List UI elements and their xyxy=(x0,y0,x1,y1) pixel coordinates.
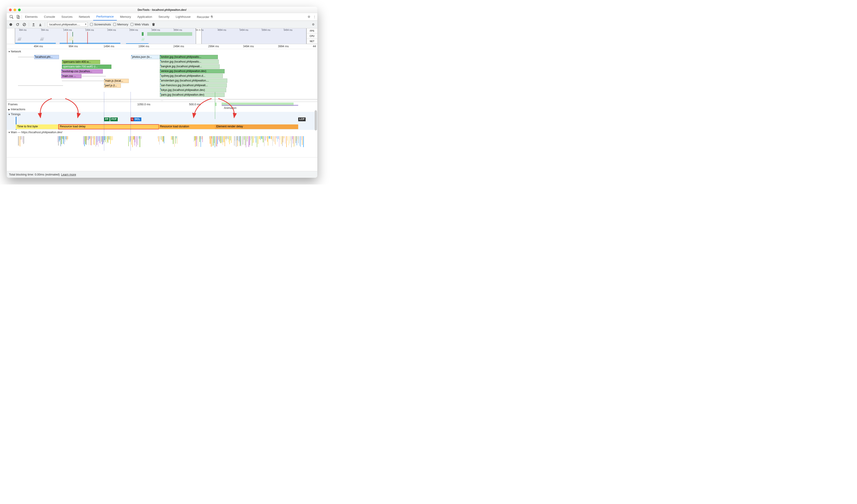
flame-bar[interactable] xyxy=(246,136,246,147)
flame-bar[interactable] xyxy=(248,136,248,139)
memory-checkbox[interactable]: Memory xyxy=(113,23,128,26)
flame-bar[interactable] xyxy=(225,136,226,139)
flame-bar[interactable] xyxy=(210,136,211,144)
flame-bar[interactable] xyxy=(241,136,242,146)
flame-bar[interactable] xyxy=(132,136,133,147)
flame-bar[interactable] xyxy=(254,136,255,138)
flame-bar[interactable] xyxy=(196,136,197,146)
flame-bar[interactable] xyxy=(223,136,223,145)
flame-bar[interactable] xyxy=(229,136,230,144)
flame-bar[interactable] xyxy=(273,136,274,141)
settings-gear-icon[interactable]: ⚙ xyxy=(311,22,316,27)
flame-bar[interactable] xyxy=(159,136,160,145)
flame-bar[interactable] xyxy=(272,136,273,146)
network-request[interactable]: bootstrap.css (localhos... xyxy=(61,69,103,73)
network-request[interactable]: venice.jpg (localhost.philipwalton.dev) xyxy=(160,69,224,73)
flame-bar[interactable] xyxy=(244,136,245,140)
flame-bar[interactable] xyxy=(249,136,249,147)
flame-bar[interactable] xyxy=(20,136,21,140)
flame-bar[interactable] xyxy=(131,136,132,145)
download-button[interactable] xyxy=(38,22,43,27)
network-header[interactable]: ▼Network xyxy=(7,49,317,54)
tab-performance[interactable]: Performance xyxy=(93,13,117,20)
flame-bar[interactable] xyxy=(228,136,229,139)
flame-bar[interactable] xyxy=(267,136,268,142)
flame-bar[interactable] xyxy=(105,136,105,142)
flame-bar[interactable] xyxy=(294,136,294,147)
main-ruler[interactable]: 494 ms994 ms1494 ms1994 ms2494 ms2994 ms… xyxy=(7,44,317,49)
flame-bar[interactable] xyxy=(200,136,201,139)
network-request[interactable]: photos.json (lo... xyxy=(131,55,160,59)
flame-bar[interactable] xyxy=(108,136,109,139)
flame-bar[interactable] xyxy=(89,136,90,139)
flame-bar[interactable] xyxy=(268,136,268,146)
flame-bar[interactable] xyxy=(253,136,253,143)
flame-bar[interactable] xyxy=(96,136,96,147)
flame-bar[interactable] xyxy=(265,136,265,141)
flame-bar[interactable] xyxy=(219,136,220,141)
flame-bar[interactable] xyxy=(239,136,239,141)
trash-button[interactable] xyxy=(151,22,156,27)
network-request[interactable]: localhost.phi... xyxy=(34,55,59,59)
flame-bar[interactable] xyxy=(229,136,229,142)
flame-bar[interactable] xyxy=(201,136,201,147)
flame-bar[interactable] xyxy=(271,136,272,139)
flame-bar[interactable] xyxy=(90,136,91,145)
kebab-icon[interactable]: ⋮ xyxy=(313,15,316,18)
flame-bar[interactable] xyxy=(215,136,215,147)
flame-bar[interactable] xyxy=(260,136,261,140)
flame-bar[interactable] xyxy=(137,136,137,144)
timing-marker-fcp[interactable]: FCP xyxy=(110,117,118,121)
flame-bar[interactable] xyxy=(91,136,92,145)
learn-more-link[interactable]: Learn more xyxy=(61,173,76,176)
flame-bar[interactable] xyxy=(234,136,235,146)
flame-bar[interactable] xyxy=(99,136,99,141)
timing-marker-lcp[interactable]: LCP xyxy=(298,117,306,121)
flame-bar[interactable] xyxy=(231,136,232,143)
flame-bar[interactable] xyxy=(235,136,235,141)
flame-bar[interactable] xyxy=(237,136,238,146)
flame-bar[interactable] xyxy=(249,136,250,145)
flame-bar[interactable] xyxy=(303,136,304,147)
flame-bar[interactable] xyxy=(87,136,87,140)
flame-bar[interactable] xyxy=(227,136,228,139)
flame-bar[interactable] xyxy=(223,136,224,142)
flame-bar[interactable] xyxy=(101,136,102,142)
flame-bar[interactable] xyxy=(58,136,59,146)
network-waterfall[interactable]: localhost.phi...opensans-latin-400.w...o… xyxy=(7,54,317,99)
flame-bar[interactable] xyxy=(222,136,222,142)
flame-bar[interactable] xyxy=(89,136,89,145)
flame-bar[interactable] xyxy=(160,136,161,139)
flame-bar[interactable] xyxy=(212,136,213,146)
timing-segment[interactable]: Resource load duration xyxy=(159,124,215,129)
flame-bar[interactable] xyxy=(298,136,299,143)
timings-track[interactable]: FPFCPLDCLLCPTime to first byteResource l… xyxy=(7,117,317,130)
flame-bar[interactable] xyxy=(291,136,292,147)
flame-bar[interactable] xyxy=(173,136,173,144)
flame-bar[interactable] xyxy=(263,136,264,142)
flame-bar[interactable] xyxy=(283,136,283,142)
network-request[interactable]: london.jpg (localhost.philipwalto... xyxy=(160,60,219,64)
flame-bar[interactable] xyxy=(176,136,177,138)
flame-bar[interactable] xyxy=(22,136,23,142)
flame-bar[interactable] xyxy=(217,136,217,147)
timing-marker-fp[interactable]: FP xyxy=(104,117,110,121)
flame-bar[interactable] xyxy=(23,136,24,144)
flame-bar[interactable] xyxy=(202,136,202,139)
tab-elements[interactable]: Elements xyxy=(22,13,41,20)
flame-bar[interactable] xyxy=(281,136,282,144)
flame-bar[interactable] xyxy=(139,136,140,147)
flame-bar[interactable] xyxy=(285,136,285,144)
flame-bar[interactable] xyxy=(19,136,19,146)
flame-bar[interactable] xyxy=(274,136,274,142)
webvitals-checkbox[interactable]: Web Vitals xyxy=(131,23,149,26)
flame-bar[interactable] xyxy=(278,136,279,139)
flame-bar[interactable] xyxy=(137,136,138,145)
flame-bar[interactable] xyxy=(267,136,267,138)
flame-bar[interactable] xyxy=(256,136,256,142)
flame-bar[interactable] xyxy=(240,136,241,145)
network-request[interactable]: main.css ... xyxy=(61,74,82,78)
reload-button[interactable] xyxy=(15,22,20,27)
interactions-header[interactable]: ▶Interactions xyxy=(7,107,317,112)
network-request[interactable]: perf.js (l... xyxy=(104,83,121,88)
